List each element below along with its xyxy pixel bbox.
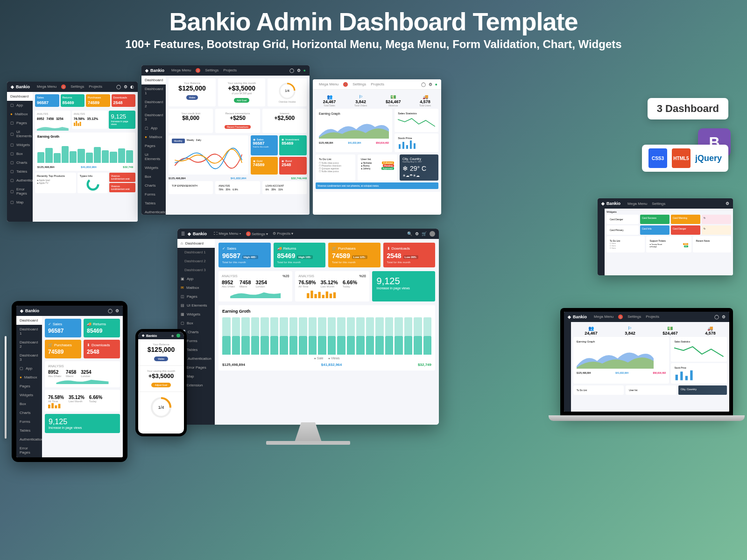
- nav-dashboard2[interactable]: Dashboard 2: [177, 257, 215, 266]
- monitor-stand: [285, 422, 331, 443]
- monitor-base: [266, 441, 350, 445]
- avatar[interactable]: [430, 231, 435, 237]
- thumb-widgets: ◈BankioMega MenuSettings⚙ Widgets Card D…: [598, 198, 733, 275]
- nav-error[interactable]: ▢Error Pages: [7, 185, 33, 198]
- svg-rect-8: [399, 144, 401, 149]
- nav-dashboard[interactable]: Dashboard: [7, 92, 33, 101]
- total-3: $32,749: [418, 363, 431, 367]
- svg-rect-17: [322, 295, 324, 298]
- search-icon[interactable]: 🔍: [407, 231, 412, 236]
- svg-rect-2: [78, 123, 79, 126]
- nav-mailbox[interactable]: ✉Mailbox: [177, 283, 215, 292]
- nav-tables[interactable]: ▢Tables: [7, 167, 33, 176]
- mail-icon: ✉: [181, 286, 184, 290]
- nav-dashboard[interactable]: ⌂Dashboard: [177, 239, 215, 248]
- legend-views: ● Views: [328, 357, 340, 360]
- topbar: ☰ ◈Bankio ⛶ Mega Menu ▾ 8 Settings ▾ ⚙ P…: [177, 229, 439, 239]
- download-icon: ⬇: [387, 246, 390, 251]
- svg-rect-10: [406, 145, 408, 149]
- total-1: $125,498,894: [222, 363, 245, 367]
- analysis-pct: ANALYSIS%20 76.58%All Time 35.12%Last Mo…: [295, 271, 369, 301]
- menu-projects[interactable]: ⚙ Projects ▾: [273, 231, 293, 236]
- nav-widgets[interactable]: ▦Widgets: [177, 310, 215, 319]
- stylus: [5, 336, 7, 439]
- thumb-dashboard3: Mega Menu8SettingsProjects ◯⚙● 👥24,467To…: [313, 79, 441, 215]
- nav-ui[interactable]: ▤UI Elements: [177, 301, 215, 310]
- nav-widgets[interactable]: ▢Widgets: [7, 140, 33, 149]
- hero-subtitle: 100+ Features, Bootstrap Grid, Horizonta…: [0, 38, 747, 51]
- jquery-badge: jQuery: [695, 154, 722, 163]
- svg-text:1/4: 1/4: [285, 89, 289, 93]
- svg-text:1/4: 1/4: [158, 405, 164, 410]
- phone-device: ◈Bankio⚙ Your Balance $125,000 Wallet Yo…: [135, 329, 187, 436]
- css3-badge: CSS3: [648, 148, 667, 168]
- svg-rect-28: [676, 375, 678, 380]
- svg-rect-24: [58, 404, 61, 408]
- check-icon: ✓: [222, 246, 226, 251]
- truck-icon: 🚚: [277, 246, 282, 251]
- html5-badge: HTML5: [672, 148, 691, 168]
- stat-downloads[interactable]: ⬇Downloads 2548 Low 205↓ Total for this …: [383, 243, 436, 267]
- nav-dashboard1[interactable]: Dashboard 1: [177, 248, 215, 257]
- widgets-icon: ▦: [181, 312, 184, 316]
- thumb-dashboard2: ◈Bankio Mega Menu8SettingsProjects ◯⚙● D…: [141, 65, 310, 215]
- total-2: $41,832,964: [321, 363, 342, 367]
- earning-chart: Earning Groth ● Sale● Views $125,498,894…: [218, 305, 435, 371]
- svg-rect-16: [318, 292, 321, 299]
- svg-rect-15: [315, 294, 317, 298]
- nav-pages[interactable]: ▢Pages: [7, 119, 33, 127]
- thumb-dashboard1-small: ◈Bankio Mega Menu8SettingsProjects ◯⚙◐ D…: [7, 82, 138, 222]
- svg-rect-3: [79, 122, 81, 126]
- svg-rect-30: [685, 376, 688, 380]
- legend-sale: ● Sale: [314, 357, 324, 360]
- nav-map[interactable]: ▢Map: [7, 198, 33, 207]
- svg-rect-29: [681, 371, 683, 380]
- menu-mega[interactable]: ⛶ Mega Menu ▾: [214, 231, 241, 236]
- svg-rect-0: [74, 123, 75, 126]
- brand-text: Bankio: [193, 231, 207, 236]
- brand-logo[interactable]: ◈Bankio: [188, 231, 207, 236]
- svg-rect-9: [402, 142, 404, 149]
- svg-rect-14: [311, 291, 313, 298]
- box-icon: ▢: [181, 321, 184, 325]
- nav-mailbox[interactable]: ●Mailbox: [7, 110, 33, 119]
- home-icon: ⌂: [181, 241, 183, 245]
- nav-dashboard3[interactable]: Dashboard 3: [177, 266, 215, 274]
- laptop-device: ◈BankioMega Menu8SettingsProjects◯⚙ 👥24,…: [560, 308, 733, 422]
- analysis-cities: ANALYSIS%20 8952Abu Dhabi 7458Miami 3254…: [218, 271, 292, 301]
- nav-box[interactable]: ▢Box: [7, 149, 33, 158]
- svg-rect-20: [333, 292, 336, 298]
- nav-ui[interactable]: ▢UI Elements: [7, 127, 33, 140]
- svg-rect-1: [76, 121, 77, 126]
- menu-icon[interactable]: ☰: [181, 231, 185, 236]
- cart-icon[interactable]: 🛒: [422, 231, 427, 236]
- hero-title: Bankio Admin Dashboard Template: [0, 7, 747, 36]
- svg-rect-12: [414, 143, 416, 149]
- svg-point-4: [87, 179, 98, 189]
- nav-auth[interactable]: ▢Authentication: [7, 176, 33, 185]
- svg-rect-18: [326, 292, 328, 298]
- content-area: ✓Sales 96587 High 485↑ Total for this mo…: [215, 239, 439, 425]
- svg-rect-13: [307, 293, 309, 298]
- nav-app[interactable]: ▣App: [177, 274, 215, 283]
- pages-icon: ◫: [181, 294, 184, 299]
- svg-rect-21: [48, 405, 50, 408]
- svg-rect-31: [691, 371, 693, 380]
- app-icon: ▣: [181, 277, 184, 281]
- ui-icon: ▤: [181, 303, 184, 308]
- nav-box[interactable]: ▢Box: [177, 319, 215, 328]
- menu-settings[interactable]: 8 Settings ▾: [246, 231, 268, 236]
- gear-icon[interactable]: ⚙: [415, 231, 419, 236]
- nav-charts[interactable]: ▢Charts: [7, 158, 33, 167]
- stat-purchases[interactable]: 🛒Purchases 74589 Low 125↓ Total for this…: [328, 243, 381, 267]
- nav-pages[interactable]: ◫Pages: [177, 292, 215, 301]
- tablet-device: ◈Bankio◯⚙ Dashboard Dashboard 1 Dashboar…: [12, 301, 127, 462]
- svg-rect-19: [330, 294, 332, 298]
- stat-returns[interactable]: 🚚Returns 85469 High 165↑ Total for this …: [274, 243, 326, 267]
- pageviews-card: 9,125 Increase in page views: [372, 271, 435, 301]
- nav-app[interactable]: ▢App: [7, 101, 33, 110]
- stat-sales[interactable]: ✓Sales 96587 High 485↑ Total for this mo…: [218, 243, 271, 267]
- main-dashboard-screen: ☰ ◈Bankio ⛶ Mega Menu ▾ 8 Settings ▾ ⚙ P…: [177, 229, 439, 425]
- logo-icon: ◈: [188, 231, 191, 236]
- dashboard-count-pill: 3 Dashboard: [648, 98, 728, 119]
